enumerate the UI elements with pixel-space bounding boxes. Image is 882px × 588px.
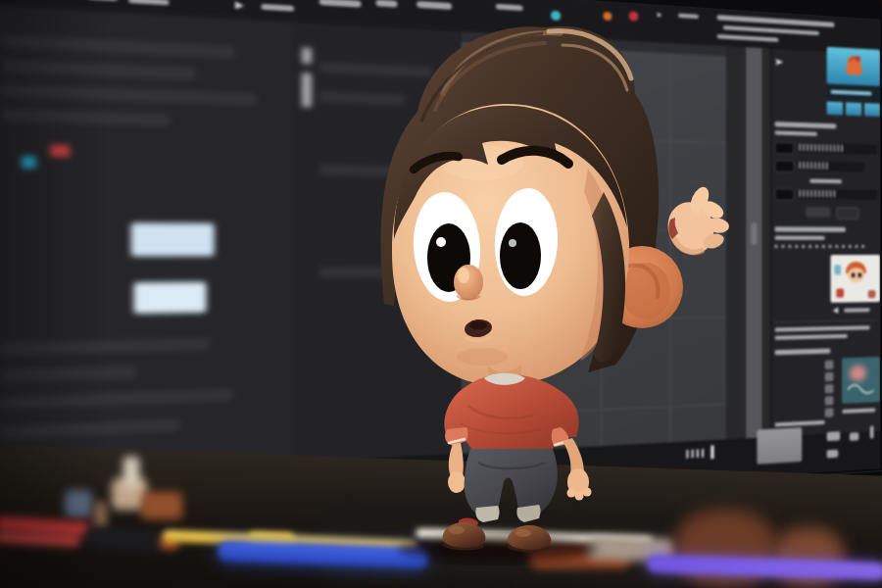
text-blur-bar — [827, 450, 839, 459]
tick-marks — [686, 449, 707, 459]
clay-block-brick — [141, 492, 182, 519]
brown-pot — [772, 527, 845, 588]
scene: ▶ ▶ ▸ — [0, 0, 882, 588]
text-blur-bar — [850, 432, 859, 441]
gray-button[interactable] — [757, 427, 802, 465]
clay-block-blue — [65, 490, 92, 517]
text-blur-bar — [870, 425, 874, 438]
white-peg — [123, 457, 139, 488]
tick-cursor — [710, 445, 713, 459]
text-blur-bar — [827, 431, 841, 441]
wood-peg — [94, 502, 107, 529]
brown-pot — [674, 510, 776, 588]
